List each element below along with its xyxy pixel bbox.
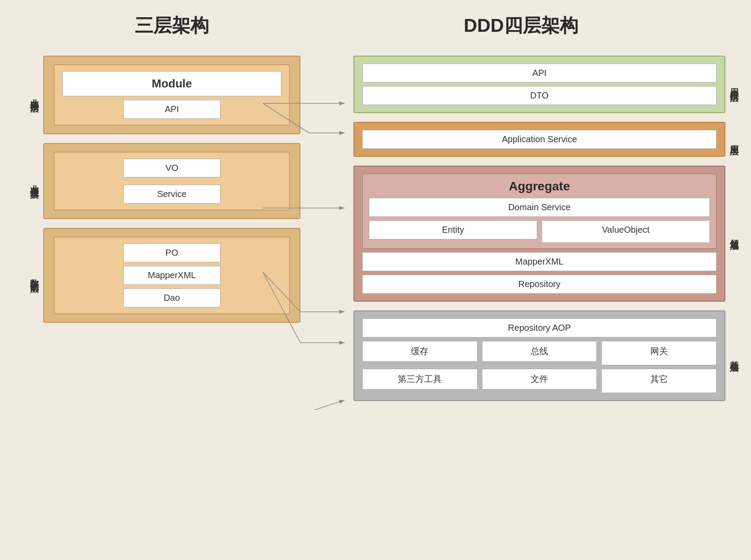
right-layer3-label: 领域层 (725, 166, 742, 302)
right-mapperxml-box: MapperXML (362, 252, 717, 271)
right-orange-box: Application Service (353, 122, 725, 157)
dto-box: DTO (362, 86, 717, 105)
columns: 业务接口层 Module API 业务逻辑层 VO Service (27, 56, 742, 410)
right-column: API DTO 用户接口层 Application Service 应用层 (300, 56, 742, 410)
right-green-box: API DTO (353, 56, 725, 113)
left-layer3-box: PO MapperXML Dao (43, 228, 300, 323)
left-title: 三层架构 (135, 15, 209, 36)
entity-box: Entity (369, 220, 537, 239)
right-gray-box: Repository AOP 缓存 总线 网关 第三方工具 文件 其它 (353, 310, 725, 401)
right-api-box: API (362, 64, 717, 83)
repositoryaop-box: Repository AOP (362, 318, 717, 337)
aggregate-title: Aggregate (369, 179, 710, 193)
right-layer4-label: 基础层 (725, 310, 742, 401)
left-layer3-inner: PO MapperXML Dao (54, 237, 290, 314)
thirdparty-box: 第三方工具 (362, 369, 478, 390)
left-layer1-inner: Module API (54, 64, 290, 125)
valueobject-box: ValueObject (542, 220, 710, 243)
left-layer2-box: VO Service (43, 143, 300, 219)
left-layer1-box: Module API (43, 56, 300, 134)
left-title-container: 三层架构 (27, 13, 317, 38)
bus-box: 总线 (482, 341, 597, 362)
right-layer4: Repository AOP 缓存 总线 网关 第三方工具 文件 其它 基础层 (353, 310, 742, 401)
other-box: 其它 (601, 369, 717, 393)
left-layer1: 业务接口层 Module API (27, 56, 300, 134)
file-box: 文件 (482, 369, 597, 390)
left-api-box: API (123, 100, 220, 119)
right-layer2-label: 应用层 (725, 122, 742, 157)
left-layer2-inner: VO Service (54, 152, 290, 210)
right-layer1: API DTO 用户接口层 (353, 56, 742, 113)
repository-box: Repository (362, 275, 717, 294)
left-layer3-label: 数据访问层 (27, 228, 43, 323)
gateway-box: 网关 (601, 341, 717, 365)
domainservice-box: Domain Service (369, 198, 710, 217)
left-column: 业务接口层 Module API 业务逻辑层 VO Service (27, 56, 300, 332)
vo-box: VO (123, 159, 220, 178)
right-title: DDD四层架构 (464, 15, 578, 36)
module-title: Module (62, 71, 281, 96)
left-layer1-label: 业务接口层 (27, 56, 43, 134)
aggregate-inner: Aggregate Domain Service Entity ValueObj… (362, 174, 717, 249)
entity-valueobject-row: Entity ValueObject (369, 220, 710, 243)
service-box: Service (123, 185, 220, 204)
left-layer3: 数据访问层 PO MapperXML Dao (27, 228, 300, 323)
infra-row1: 缓存 总线 网关 (362, 341, 717, 365)
right-layer2: Application Service 应用层 (353, 122, 742, 157)
po-box: PO (123, 243, 220, 262)
right-pink-box: Aggregate Domain Service Entity ValueObj… (353, 166, 725, 302)
page-wrapper: 业务接口层 Module API 业务逻辑层 VO Service (27, 56, 742, 410)
dao-box: Dao (123, 288, 220, 307)
right-layer3: Aggregate Domain Service Entity ValueObj… (353, 166, 742, 302)
left-mapperxml-box: MapperXML (123, 266, 220, 285)
right-layer1-label: 用户接口层 (725, 56, 742, 113)
infra-row2: 第三方工具 文件 其它 (362, 369, 717, 393)
cache-box: 缓存 (362, 341, 478, 362)
titles-row: 三层架构 DDD四层架构 (27, 13, 724, 38)
left-layer2: 业务逻辑层 VO Service (27, 143, 300, 219)
left-layer2-label: 业务逻辑层 (27, 143, 43, 219)
appservice-box: Application Service (362, 130, 717, 149)
right-title-container: DDD四层架构 (317, 13, 724, 38)
